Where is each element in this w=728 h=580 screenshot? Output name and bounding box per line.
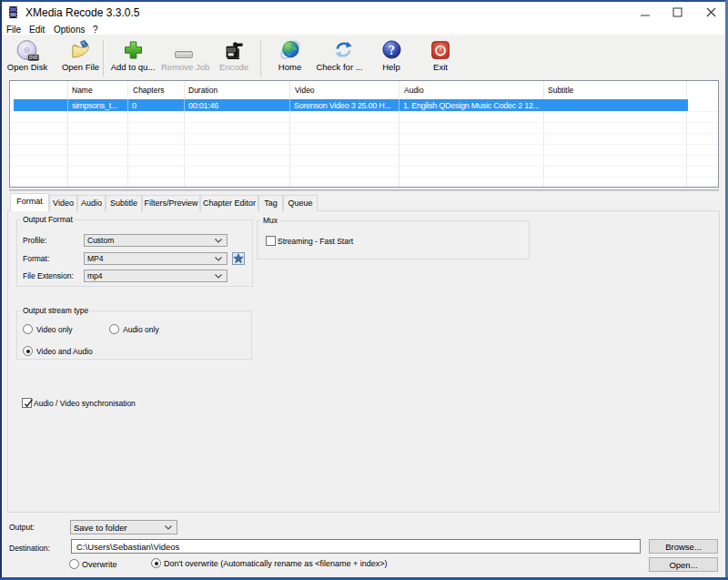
overwrite-radio[interactable]	[69, 559, 79, 569]
audio-only-label: Audio only	[123, 324, 159, 335]
toolbar-separator	[103, 40, 104, 76]
power-icon	[431, 41, 450, 59]
column-divider	[543, 81, 544, 187]
format-select[interactable]: MP4	[84, 252, 228, 265]
column-divider	[184, 81, 185, 187]
cell-audio: 1. English QDesign Music Codec 2 12...	[403, 101, 540, 110]
column-divider	[67, 81, 68, 187]
format-label: Format:	[23, 253, 49, 264]
list-bottom-groove	[9, 189, 719, 191]
tab-video[interactable]: Video	[49, 195, 77, 211]
column-divider	[686, 81, 687, 187]
column-header-subtitle[interactable]: Subtitle	[548, 86, 573, 96]
tab-tag[interactable]: Tag	[258, 195, 283, 211]
encode-button[interactable]: Encode	[218, 62, 249, 72]
check-for-updates-button[interactable]: Check for ...	[316, 62, 363, 72]
open-disk-button[interactable]: Open Disk	[5, 62, 49, 72]
row-divider	[11, 122, 718, 123]
dont-overwrite-label: Don't overwrite (Automatically rename as…	[164, 558, 388, 569]
output-mode-select-value: Save to folder	[74, 523, 127, 533]
radio-dot	[155, 562, 158, 565]
file-extension-label: File Extension:	[23, 270, 74, 281]
window-title: XMedia Recode 3.3.0.5	[25, 5, 139, 20]
video-and-audio-radio[interactable]	[23, 346, 33, 356]
video-only-radio[interactable]	[23, 324, 33, 334]
chevron-down-icon	[215, 257, 222, 261]
destination-input-value: C:\Users\Sebastian\Videos	[76, 542, 179, 552]
help-button[interactable]: Help	[379, 62, 403, 72]
tab-format[interactable]: Format	[10, 193, 49, 211]
column-divider	[289, 81, 290, 187]
open-button[interactable]: Open...	[649, 557, 718, 572]
movie-camera-icon	[224, 40, 244, 60]
favorite-format-button[interactable]	[232, 252, 245, 265]
app-window: XMedia Recode 3.3.0.5 File Edit Options …	[0, 0, 728, 580]
tab-chapter-editor[interactable]: Chapter Editor	[200, 195, 258, 211]
add-to-queue-button[interactable]: Add to qu...	[109, 62, 157, 72]
av-sync-label: Audio / Video synchronisation	[34, 398, 136, 409]
app-icon	[9, 5, 17, 17]
chevron-down-icon	[215, 274, 222, 279]
star-icon	[233, 253, 244, 264]
column-header-video[interactable]: Video	[295, 86, 315, 96]
maximize-button[interactable]	[662, 4, 693, 22]
column-divider	[67, 99, 68, 111]
destination-label: Destination:	[9, 543, 50, 554]
plus-icon	[124, 41, 143, 59]
file-extension-select[interactable]: mp4	[84, 270, 228, 282]
column-header-duration[interactable]: Duration	[188, 86, 217, 96]
column-header-chapters[interactable]: Chapters	[133, 86, 165, 96]
destination-input[interactable]: C:\Users\Sebastian\Videos	[71, 539, 641, 554]
av-sync-checkbox[interactable]	[22, 398, 32, 408]
column-divider	[289, 99, 290, 111]
row-divider	[11, 133, 718, 134]
output-format-legend: Output Format	[21, 215, 75, 225]
row-divider	[11, 144, 718, 145]
exit-button[interactable]: Exit	[429, 62, 452, 72]
toolbar	[2, 35, 725, 79]
row-divider	[11, 177, 718, 178]
globe-icon	[279, 39, 301, 60]
profile-select[interactable]: Custom	[84, 234, 228, 247]
cell-duration: 00:01:46	[188, 101, 218, 110]
column-header-audio[interactable]: Audio	[404, 86, 424, 96]
minimize-button[interactable]	[630, 4, 661, 22]
tab-queue[interactable]: Queue	[283, 195, 318, 211]
audio-only-radio[interactable]	[109, 324, 119, 334]
chevron-down-icon	[215, 239, 222, 243]
svg-text:DVD: DVD	[29, 56, 38, 60]
open-file-button[interactable]: Open File	[58, 62, 103, 72]
cell-name: simpsons_t...	[72, 101, 117, 110]
column-divider	[399, 81, 399, 187]
cell-chapters: 0	[132, 101, 136, 110]
minus-icon	[175, 46, 193, 53]
streaming-fast-start-checkbox[interactable]	[266, 236, 276, 246]
column-header-name[interactable]: Name	[72, 86, 93, 96]
disc-icon: DVD	[16, 40, 39, 62]
profile-select-value: Custom	[87, 236, 114, 245]
job-list: Name Chapters Duration Video Audio Subti…	[9, 80, 719, 188]
overwrite-label: Overwrite	[82, 559, 117, 570]
row-divider	[11, 111, 718, 112]
profile-label: Profile:	[23, 235, 46, 246]
selected-job-row[interactable]: simpsons_t... 0 00:01:46 Sorenson Video …	[14, 99, 688, 111]
close-button[interactable]	[695, 4, 726, 22]
tab-subtitle[interactable]: Subtitle	[106, 195, 142, 211]
video-only-label: Video only	[36, 324, 73, 335]
remove-job-button[interactable]: Remove Job	[161, 62, 207, 72]
dont-overwrite-radio[interactable]	[151, 558, 161, 568]
column-divider	[127, 81, 128, 187]
svg-text:?: ?	[389, 44, 395, 57]
chevron-down-icon	[165, 525, 172, 530]
tab-filters-preview[interactable]: Filters/Preview	[142, 195, 200, 211]
row-divider	[11, 166, 718, 167]
home-button[interactable]: Home	[277, 62, 303, 72]
output-mode-select[interactable]: Save to folder	[70, 520, 177, 534]
column-divider	[184, 99, 185, 111]
refresh-icon	[334, 40, 353, 59]
radio-dot	[26, 350, 30, 353]
tab-audio[interactable]: Audio	[77, 195, 106, 211]
file-extension-select-value: mp4	[87, 271, 103, 280]
mux-legend: Mux	[261, 216, 279, 226]
browse-button[interactable]: Browse...	[649, 539, 718, 554]
